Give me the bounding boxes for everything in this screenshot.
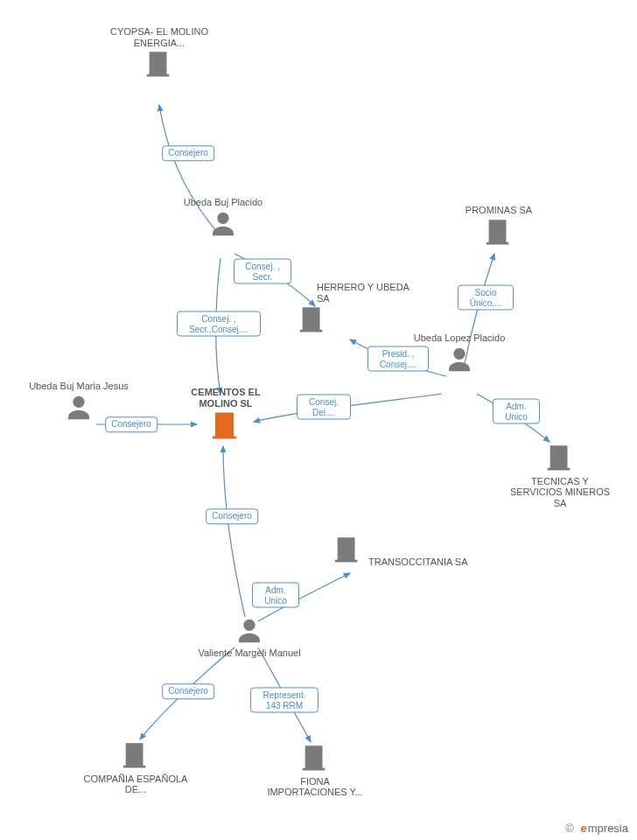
copyright-symbol: © xyxy=(565,822,574,835)
building-icon xyxy=(144,48,174,80)
edge-label-consejero-cyopsa: Consejero xyxy=(162,145,214,161)
edge-label-consej-secr: Consej. , Secr. xyxy=(234,259,291,284)
node-label: HERRERO Y UBEDA SA xyxy=(317,282,411,304)
edge-label-consej-del: Consej. Del.... xyxy=(297,395,351,420)
node-label: Ubeda Lopez Placido xyxy=(407,332,512,344)
node-ubeda-lopez-placido[interactable]: Ubeda Lopez Placido xyxy=(407,332,512,375)
building-icon xyxy=(121,739,150,772)
edge-label-adm-unico-tec: Adm. Unico xyxy=(493,399,540,424)
node-fiona[interactable]: FIONA IMPORTACIONES Y... xyxy=(262,742,368,798)
node-label: Ubeda Buj Maria Jesus xyxy=(26,381,131,392)
node-label: FIONA IMPORTACIONES Y... xyxy=(262,776,368,798)
node-label: COMPAÑIA ESPAÑOLA DE... xyxy=(83,774,188,795)
node-label: Ubeda Buj Placido xyxy=(171,197,276,208)
node-label: TECNICAS Y SERVICIOS MINEROS SA xyxy=(508,476,612,509)
node-label: CEMENTOS EL MOLINO SL xyxy=(173,387,278,409)
person-icon xyxy=(445,346,473,376)
node-valiente[interactable]: Valiente Margeli Manuel xyxy=(197,617,302,660)
edge-label-consej-secr-consej: Consej. , Secr.,Consej.... xyxy=(177,312,261,337)
building-icon xyxy=(300,742,330,774)
building-icon xyxy=(210,409,242,443)
building-icon xyxy=(298,304,327,336)
edge-label-adm-unico-trans: Adm. Unico xyxy=(252,583,299,608)
building-icon xyxy=(484,216,514,248)
edge-label-socio-unico: Socio Único,... xyxy=(458,285,514,311)
edge-valiente-to-focal xyxy=(223,446,245,617)
building-icon xyxy=(545,442,575,474)
node-tecnicas[interactable]: TECNICAS Y SERVICIOS MINEROS SA xyxy=(508,442,612,509)
edge-label-consejero-val: Consejero xyxy=(206,508,258,524)
node-label: Valiente Margeli Manuel xyxy=(197,648,302,659)
edge-label-consejero-comp: Consejero xyxy=(162,683,214,699)
node-compania[interactable]: COMPAÑIA ESPAÑOLA DE... xyxy=(83,739,188,795)
node-label: CYOPSA- EL MOLINO ENERGIA... xyxy=(107,26,212,48)
person-icon xyxy=(235,617,263,648)
person-icon xyxy=(65,394,93,424)
node-prominas[interactable]: PROMINAS SA xyxy=(446,203,551,248)
diagram-canvas: Consejero Consej. , Secr. Consej. , Secr… xyxy=(0,0,637,840)
node-herrero[interactable]: HERRERO Y UBEDA SA xyxy=(298,280,411,336)
node-ubeda-buj-placido[interactable]: Ubeda Buj Placido xyxy=(171,197,276,240)
brand-rest: mpresia xyxy=(588,822,628,835)
node-transoccitania[interactable]: TRANSOCCITANIA SA xyxy=(332,534,490,567)
node-label: PROMINAS SA xyxy=(446,205,551,216)
node-label: TRANSOCCITANIA SA xyxy=(368,556,467,568)
node-focal-cementos-el-molino[interactable]: CEMENTOS EL MOLINO SL xyxy=(173,385,278,443)
brand-initial: e xyxy=(581,822,587,835)
node-cyopsa[interactable]: CYOPSA- EL MOLINO ENERGIA... xyxy=(107,24,212,80)
building-icon xyxy=(332,534,362,566)
edge-label-represent: Represent. 143 RRM xyxy=(250,688,318,713)
node-ubeda-buj-maria-jesus[interactable]: Ubeda Buj Maria Jesus xyxy=(26,381,131,424)
watermark: © empresia xyxy=(565,822,628,835)
person-icon xyxy=(209,210,237,241)
